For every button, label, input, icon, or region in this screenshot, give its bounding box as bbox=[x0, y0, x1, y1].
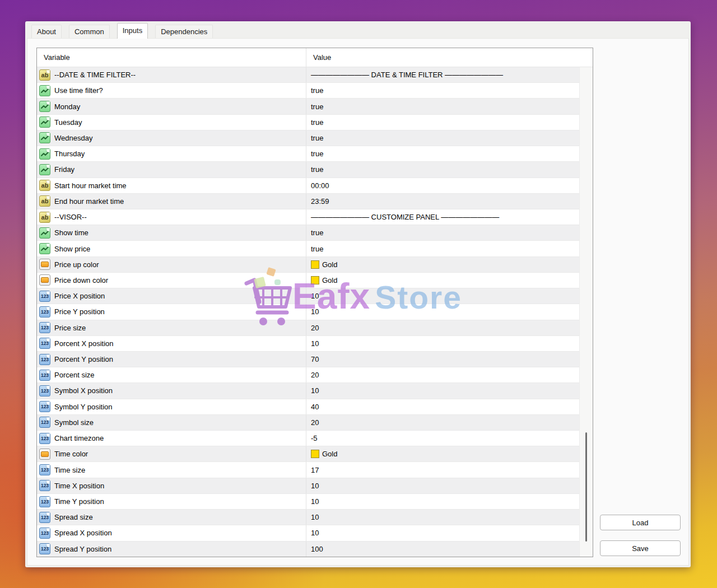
table-row[interactable]: 123 Symbol size 20 bbox=[37, 415, 579, 431]
value-cell[interactable]: 100 bbox=[306, 542, 579, 557]
value-cell[interactable]: Gold bbox=[306, 446, 579, 461]
value-cell[interactable]: 10 bbox=[306, 478, 579, 493]
table-row[interactable]: 123 Chart timezone -5 bbox=[37, 431, 579, 446]
table-row[interactable]: Thursday true bbox=[37, 146, 579, 162]
value-text: true bbox=[311, 228, 323, 237]
tab-dependencies[interactable]: Dependencies bbox=[155, 25, 213, 38]
table-row[interactable]: ab End hour market time 23:59 bbox=[37, 194, 579, 209]
value-cell[interactable]: true bbox=[306, 83, 579, 98]
color-swatch-page-icon bbox=[39, 259, 50, 270]
color-value-swatch bbox=[311, 260, 319, 269]
variable-label: --DATE & TIME FILTER-- bbox=[54, 71, 136, 79]
table-row[interactable]: Tuesday true bbox=[37, 115, 579, 130]
value-text: ———————— DATE & TIME FILTER ———————— bbox=[311, 71, 503, 79]
value-text: 100 bbox=[311, 545, 323, 553]
table-row[interactable]: 123 Time size 17 bbox=[37, 462, 579, 478]
variable-cell: Use time filter? bbox=[37, 83, 306, 98]
value-text: 23:59 bbox=[311, 197, 329, 206]
variable-cell: 123 Chart timezone bbox=[37, 431, 306, 446]
table-row[interactable]: 123 Symbol Y position 40 bbox=[37, 399, 579, 415]
table-row[interactable]: Monday true bbox=[37, 99, 579, 114]
table-row[interactable]: 123 Spread X position 10 bbox=[37, 525, 579, 541]
save-button[interactable]: Save bbox=[600, 540, 681, 556]
123-badge-icon: 123 bbox=[39, 306, 50, 318]
tab-about[interactable]: About bbox=[31, 25, 62, 38]
table-row[interactable]: 123 Spread size 10 bbox=[37, 510, 579, 525]
ab-badge-icon: ab bbox=[39, 69, 50, 81]
value-cell[interactable]: Gold bbox=[306, 257, 579, 272]
variable-cell: 123 Porcent Y position bbox=[37, 352, 306, 367]
value-cell[interactable]: 40 bbox=[306, 399, 579, 414]
table-row[interactable]: 123 Price Y position 10 bbox=[37, 304, 579, 320]
table-row[interactable]: 123 Time Y position 10 bbox=[37, 494, 579, 510]
variable-label: Price Y position bbox=[54, 307, 105, 316]
value-text: Gold bbox=[322, 450, 337, 458]
tab-common[interactable]: Common bbox=[69, 25, 110, 38]
value-text: true bbox=[311, 102, 323, 111]
table-row[interactable]: 123 Porcent Y position 70 bbox=[37, 352, 579, 367]
value-cell[interactable]: 10 bbox=[306, 336, 579, 351]
value-cell[interactable]: 10 bbox=[306, 383, 579, 398]
value-cell[interactable]: 23:59 bbox=[306, 194, 579, 209]
value-text: 70 bbox=[311, 355, 319, 363]
table-scrollbar[interactable] bbox=[579, 67, 593, 557]
table-row[interactable]: ab --VISOR-- ———————— CUSTOMIZE PANEL ——… bbox=[37, 209, 579, 225]
value-cell[interactable]: 17 bbox=[306, 462, 579, 477]
variable-cell: 123 Time X position bbox=[37, 478, 306, 493]
value-text: true bbox=[311, 165, 323, 174]
variable-cell: Price up color bbox=[37, 257, 306, 272]
value-cell[interactable]: 10 bbox=[306, 494, 579, 509]
table-row[interactable]: 123 Symbol X position 10 bbox=[37, 383, 579, 399]
value-cell[interactable]: 20 bbox=[306, 367, 579, 382]
value-cell[interactable]: 10 bbox=[306, 510, 579, 525]
column-header-variable[interactable]: Variable bbox=[37, 48, 306, 67]
table-row[interactable]: 123 Porcent size 20 bbox=[37, 367, 579, 383]
value-cell[interactable]: Gold bbox=[306, 273, 579, 288]
value-cell[interactable]: ———————— DATE & TIME FILTER ———————— bbox=[306, 67, 579, 82]
table-row[interactable]: 123 Porcent X position 10 bbox=[37, 336, 579, 352]
column-header-value[interactable]: Value bbox=[306, 48, 593, 67]
table-row[interactable]: ab Start hour market time 00:00 bbox=[37, 178, 579, 194]
scrollbar-thumb[interactable] bbox=[585, 432, 587, 542]
123-badge-icon: 123 bbox=[39, 322, 50, 333]
table-row[interactable]: 123 Price X position 10 bbox=[37, 288, 579, 304]
value-cell[interactable]: true bbox=[306, 241, 579, 256]
value-cell[interactable]: true bbox=[306, 99, 579, 114]
table-row[interactable]: Show price true bbox=[37, 241, 579, 256]
tab-inputs[interactable]: Inputs bbox=[117, 23, 148, 39]
variable-cell: 123 Spread Y position bbox=[37, 542, 306, 557]
table-row[interactable]: 123 Time X position 10 bbox=[37, 478, 579, 494]
table-row[interactable]: 123 Price size 20 bbox=[37, 320, 579, 336]
value-cell[interactable]: -5 bbox=[306, 431, 579, 446]
load-button[interactable]: Load bbox=[600, 515, 681, 530]
value-cell[interactable]: true bbox=[306, 115, 579, 130]
table-row[interactable]: Use time filter? true bbox=[37, 83, 579, 99]
value-cell[interactable]: true bbox=[306, 130, 579, 146]
table-row[interactable]: Friday true bbox=[37, 162, 579, 178]
table-row[interactable]: Price down color Gold bbox=[37, 273, 579, 288]
value-cell[interactable]: 10 bbox=[306, 304, 579, 319]
123-badge-icon: 123 bbox=[39, 417, 50, 428]
checkmark-page-icon bbox=[39, 116, 50, 128]
table-row[interactable]: Wednesday true bbox=[37, 130, 579, 146]
value-cell[interactable]: true bbox=[306, 225, 579, 240]
value-cell[interactable]: 70 bbox=[306, 352, 579, 367]
table-row[interactable]: Price up color Gold bbox=[37, 257, 579, 273]
value-text: true bbox=[311, 150, 323, 158]
value-cell[interactable]: true bbox=[306, 146, 579, 161]
variable-label: Wednesday bbox=[54, 134, 92, 142]
checkmark-page-icon bbox=[39, 132, 50, 143]
variable-label: Spread Y position bbox=[54, 545, 111, 553]
value-cell[interactable]: ———————— CUSTOMIZE PANEL ———————— bbox=[306, 209, 579, 225]
value-cell[interactable]: 10 bbox=[306, 288, 579, 304]
table-row[interactable]: Time color Gold bbox=[37, 446, 579, 462]
value-cell[interactable]: 20 bbox=[306, 415, 579, 430]
ab-badge-icon: ab bbox=[39, 180, 50, 191]
table-row[interactable]: Show time true bbox=[37, 225, 579, 241]
value-cell[interactable]: true bbox=[306, 162, 579, 177]
table-row[interactable]: 123 Spread Y position 100 bbox=[37, 542, 579, 557]
value-cell[interactable]: 00:00 bbox=[306, 178, 579, 193]
table-row[interactable]: ab --DATE & TIME FILTER-- ———————— DATE … bbox=[37, 67, 579, 83]
value-cell[interactable]: 20 bbox=[306, 320, 579, 335]
value-cell[interactable]: 10 bbox=[306, 525, 579, 540]
